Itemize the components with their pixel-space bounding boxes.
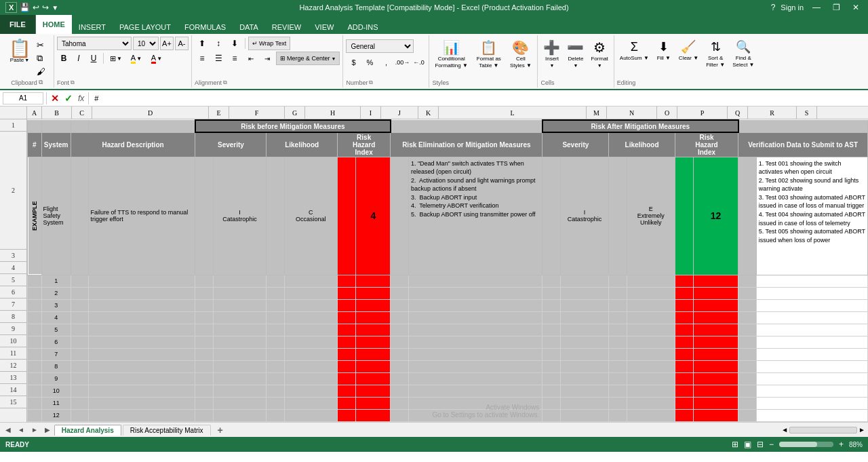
row-header-2[interactable]: 2 (0, 132, 26, 250)
row-header-8[interactable]: 8 (0, 311, 26, 323)
autosum-btn[interactable]: Σ AutoSum ▼ (617, 38, 652, 63)
quick-access-redo[interactable]: ↪ (42, 3, 49, 12)
cell-3b[interactable]: 1 (41, 275, 71, 287)
sort-filter-btn[interactable]: ⇅ Sort &Filter ▼ (703, 38, 728, 70)
cell-3q[interactable] (675, 275, 693, 287)
cell-example-hazard[interactable]: Failure of TTS to respond to manual trig… (89, 157, 195, 275)
cell-example-rhi2[interactable]: 12 (693, 157, 738, 275)
zoom-slider[interactable] (779, 442, 833, 447)
confirm-formula-icon[interactable]: ✓ (63, 93, 74, 104)
cell-example-rhi[interactable]: 4 (356, 157, 391, 275)
number-format-select[interactable]: General (346, 39, 414, 53)
insert-function-icon[interactable]: fx (77, 94, 85, 103)
cell-risk-before-header[interactable]: Risk before Mitigation Measures (195, 120, 391, 132)
row-header-7[interactable]: 7 (0, 299, 26, 311)
tab-pagelayout[interactable]: PAGE LAYOUT (113, 20, 178, 34)
row-header-5[interactable]: 5 (0, 274, 26, 286)
cell-3e[interactable] (195, 275, 213, 287)
col-header-n[interactable]: N (607, 107, 657, 119)
restore-btn[interactable]: ❐ (829, 3, 844, 12)
underline-btn[interactable]: U (87, 52, 100, 65)
help-icon[interactable]: ? (771, 3, 776, 12)
format-btn[interactable]: ⚙ Format▼ (588, 38, 610, 70)
cell-3f[interactable] (213, 275, 267, 287)
tab-home[interactable]: HOME (36, 15, 72, 34)
cell-example-empty[interactable] (71, 157, 89, 275)
cell-gh-likelihood[interactable]: Likelihood (267, 132, 337, 157)
zoom-out-btn[interactable]: − (769, 440, 774, 449)
cell-3p[interactable] (627, 275, 675, 287)
col-header-g[interactable]: G (285, 107, 305, 119)
wrap-text-btn[interactable]: ↵ Wrap Text (248, 37, 290, 50)
view-normal-btn[interactable]: ⊞ (732, 440, 738, 449)
scroll-left-btn[interactable]: ◀ (3, 426, 14, 434)
cell-example-severity2[interactable]: ICatastrophic (560, 157, 609, 275)
cut-button[interactable]: ✂ (35, 39, 47, 51)
delete-btn[interactable]: ➖ Delete▼ (564, 38, 587, 70)
col-header-i[interactable]: I (361, 107, 381, 119)
cell-example-sev-col[interactable] (195, 157, 213, 275)
cell-3t[interactable] (756, 275, 867, 287)
cell-s1[interactable] (738, 120, 868, 132)
col-header-a[interactable]: A (27, 107, 42, 119)
sign-in[interactable]: Sign in (781, 3, 804, 12)
col-header-r[interactable]: R (748, 107, 797, 119)
cell-kl-mitigation[interactable]: Risk Elimination or Mitigation Measures (391, 132, 542, 157)
align-bottom-btn[interactable]: ⬇ (227, 37, 242, 50)
increase-decimal-btn[interactable]: .00→ (395, 56, 410, 69)
align-top-btn[interactable]: ⬆ (195, 37, 210, 50)
row-header-15[interactable]: 15 (0, 396, 26, 408)
cell-3m[interactable] (542, 275, 560, 287)
font-size-select[interactable]: 10 (133, 37, 159, 50)
tab-review[interactable]: REVIEW (265, 20, 308, 34)
col-header-p[interactable]: P (677, 107, 728, 119)
align-left-btn[interactable]: ≡ (195, 52, 210, 65)
cell-3c[interactable] (71, 275, 89, 287)
cell-b2-system[interactable]: System (41, 132, 71, 157)
cell-example-ver-col[interactable] (738, 157, 756, 275)
col-header-b[interactable]: B (42, 107, 72, 119)
cell-3n[interactable] (560, 275, 609, 287)
sheet-tab-risk-matrix[interactable]: Risk Acceptability Matrix (123, 425, 211, 436)
conditional-formatting-btn[interactable]: 📊 ConditionalFormatting ▼ (432, 38, 470, 70)
minimize-btn[interactable]: — (809, 3, 824, 12)
col-header-f[interactable]: F (229, 107, 285, 119)
col-header-h[interactable]: H (305, 107, 361, 119)
bold-btn[interactable]: B (57, 52, 71, 65)
col-header-d[interactable]: D (92, 107, 209, 119)
cell-example-likelihood[interactable]: COccasional (284, 157, 337, 275)
row-header-6[interactable]: 6 (0, 286, 26, 299)
italic-btn[interactable]: I (72, 52, 85, 65)
row-header-3[interactable]: 3 (0, 250, 26, 262)
cell-3s[interactable] (738, 275, 756, 287)
col-header-m[interactable]: M (587, 107, 607, 119)
cell-example-severity[interactable]: ICatastrophic (213, 157, 267, 275)
col-header-k[interactable]: K (418, 107, 439, 119)
cell-example-mit-col[interactable] (391, 157, 408, 275)
clear-btn[interactable]: 🧹 Clear ▼ (676, 38, 701, 63)
view-page-break-btn[interactable]: ⊟ (757, 440, 764, 449)
cell-3j[interactable] (356, 275, 391, 287)
col-header-s[interactable]: S (797, 107, 817, 119)
indent-decrease-btn[interactable]: ⇤ (243, 52, 258, 65)
cell-3d[interactable] (89, 275, 195, 287)
format-painter-button[interactable]: 🖌 (35, 66, 47, 77)
cell-risk-after-header[interactable]: Risk After Mitigation Measures (542, 120, 738, 132)
font-name-select[interactable]: Tahoma (57, 37, 132, 50)
cell-ref-input[interactable] (3, 92, 43, 104)
view-page-layout-btn[interactable]: ▣ (744, 440, 751, 449)
scroll-tabs-left-btn[interactable]: ◄ (15, 426, 27, 434)
tab-formulas[interactable]: FORMULAS (178, 20, 233, 34)
format-as-table-btn[interactable]: 📋 Format asTable ▼ (472, 38, 506, 70)
paste-button[interactable]: 📋 Paste ▼ (6, 38, 33, 64)
indent-increase-btn[interactable]: ⇥ (260, 52, 275, 65)
cell-example-sev2-col[interactable] (542, 157, 560, 275)
col-header-c[interactable]: C (72, 107, 92, 119)
comma-btn[interactable]: , (378, 56, 393, 69)
copy-button[interactable]: ⧉ (35, 52, 47, 64)
col-header-j[interactable]: J (381, 107, 418, 119)
cell-cd-hazard[interactable]: Hazard Description (71, 132, 195, 157)
cell-op-likelihood2[interactable]: Likelihood (609, 132, 675, 157)
font-color-btn[interactable]: A▼ (147, 52, 166, 65)
cell-a1[interactable] (28, 120, 42, 132)
